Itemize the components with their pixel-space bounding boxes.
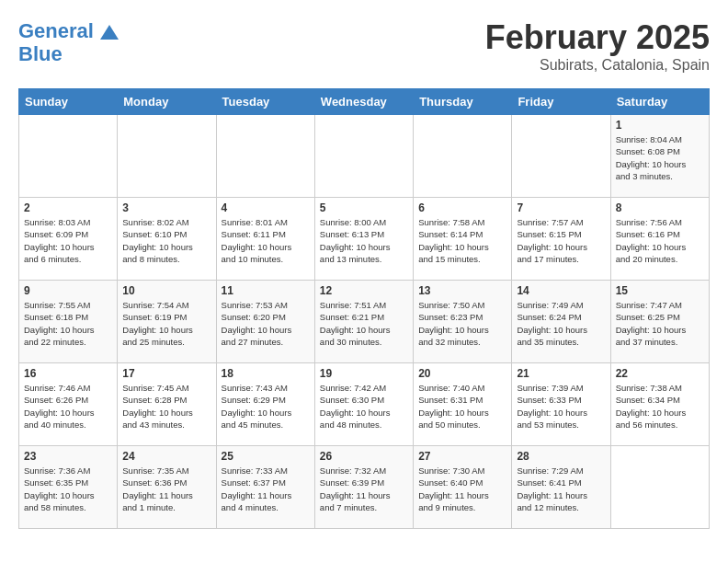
calendar-cell: 7Sunrise: 7:57 AM Sunset: 6:15 PM Daylig… <box>512 198 610 281</box>
calendar-cell: 5Sunrise: 8:00 AM Sunset: 6:13 PM Daylig… <box>314 198 413 281</box>
day-info: Sunrise: 7:47 AM Sunset: 6:25 PM Dayligh… <box>616 299 704 348</box>
calendar-cell: 8Sunrise: 7:56 AM Sunset: 6:16 PM Daylig… <box>610 198 709 281</box>
day-number: 12 <box>320 284 408 297</box>
day-info: Sunrise: 7:29 AM Sunset: 6:41 PM Dayligh… <box>517 465 605 513</box>
day-number: 27 <box>418 450 506 463</box>
day-info: Sunrise: 7:51 AM Sunset: 6:21 PM Dayligh… <box>320 299 408 348</box>
weekday-header-friday: Friday <box>512 89 610 115</box>
day-number: 5 <box>320 201 408 214</box>
calendar-cell: 9Sunrise: 7:55 AM Sunset: 6:18 PM Daylig… <box>19 281 118 363</box>
calendar-cell: 18Sunrise: 7:43 AM Sunset: 6:29 PM Dayli… <box>216 363 314 446</box>
day-number: 20 <box>418 367 506 380</box>
day-number: 18 <box>222 367 310 380</box>
day-number: 24 <box>122 450 210 463</box>
calendar-cell: 23Sunrise: 7:36 AM Sunset: 6:35 PM Dayli… <box>19 446 118 529</box>
day-number: 6 <box>418 201 506 214</box>
weekday-header-saturday: Saturday <box>610 89 709 115</box>
calendar-cell: 20Sunrise: 7:40 AM Sunset: 6:31 PM Dayli… <box>414 363 512 446</box>
day-number: 25 <box>222 450 310 463</box>
title-block: February 2025 Subirats, Catalonia, Spain <box>485 18 710 74</box>
day-number: 23 <box>24 450 112 463</box>
day-info: Sunrise: 8:03 AM Sunset: 6:09 PM Dayligh… <box>24 216 112 265</box>
day-info: Sunrise: 7:33 AM Sunset: 6:37 PM Dayligh… <box>222 465 310 513</box>
weekday-header-sunday: Sunday <box>19 89 118 115</box>
calendar-cell: 12Sunrise: 7:51 AM Sunset: 6:21 PM Dayli… <box>314 281 413 363</box>
day-info: Sunrise: 7:40 AM Sunset: 6:31 PM Dayligh… <box>418 382 506 431</box>
day-info: Sunrise: 7:57 AM Sunset: 6:15 PM Dayligh… <box>517 216 605 265</box>
calendar-cell: 13Sunrise: 7:50 AM Sunset: 6:23 PM Dayli… <box>414 281 512 363</box>
calendar-cell <box>216 115 314 198</box>
calendar-cell <box>19 115 118 198</box>
page-header: General Blue February 2025 Subirats, Cat… <box>18 18 710 74</box>
day-info: Sunrise: 7:42 AM Sunset: 6:30 PM Dayligh… <box>320 382 408 431</box>
calendar-cell: 4Sunrise: 8:01 AM Sunset: 6:11 PM Daylig… <box>216 198 314 281</box>
svg-marker-0 <box>100 25 119 40</box>
day-number: 22 <box>616 367 704 380</box>
weekday-header-wednesday: Wednesday <box>314 89 413 115</box>
calendar-cell: 24Sunrise: 7:35 AM Sunset: 6:36 PM Dayli… <box>118 446 216 529</box>
calendar-table: SundayMondayTuesdayWednesdayThursdayFrid… <box>18 88 710 529</box>
day-number: 4 <box>222 201 310 214</box>
calendar-cell: 16Sunrise: 7:46 AM Sunset: 6:26 PM Dayli… <box>19 363 118 446</box>
day-number: 2 <box>24 201 112 214</box>
day-info: Sunrise: 8:02 AM Sunset: 6:10 PM Dayligh… <box>122 216 210 265</box>
day-number: 13 <box>418 284 506 297</box>
day-number: 9 <box>24 284 112 297</box>
logo-icon <box>96 18 123 46</box>
day-info: Sunrise: 7:46 AM Sunset: 6:26 PM Dayligh… <box>24 382 112 431</box>
calendar-cell: 25Sunrise: 7:33 AM Sunset: 6:37 PM Dayli… <box>216 446 314 529</box>
day-number: 19 <box>320 367 408 380</box>
calendar-cell: 2Sunrise: 8:03 AM Sunset: 6:09 PM Daylig… <box>19 198 118 281</box>
day-number: 21 <box>517 367 605 380</box>
day-number: 11 <box>222 284 310 297</box>
day-info: Sunrise: 7:53 AM Sunset: 6:20 PM Dayligh… <box>222 299 310 348</box>
day-number: 16 <box>24 367 112 380</box>
day-info: Sunrise: 7:39 AM Sunset: 6:33 PM Dayligh… <box>517 382 605 431</box>
calendar-cell: 11Sunrise: 7:53 AM Sunset: 6:20 PM Dayli… <box>216 281 314 363</box>
day-info: Sunrise: 7:50 AM Sunset: 6:23 PM Dayligh… <box>418 299 506 348</box>
calendar-cell: 14Sunrise: 7:49 AM Sunset: 6:24 PM Dayli… <box>512 281 610 363</box>
day-number: 7 <box>517 201 605 214</box>
day-info: Sunrise: 7:30 AM Sunset: 6:40 PM Dayligh… <box>418 465 506 513</box>
day-info: Sunrise: 7:58 AM Sunset: 6:14 PM Dayligh… <box>418 216 506 265</box>
day-number: 15 <box>616 284 704 297</box>
day-number: 10 <box>122 284 210 297</box>
calendar-cell: 27Sunrise: 7:30 AM Sunset: 6:40 PM Dayli… <box>414 446 512 529</box>
day-number: 1 <box>616 119 704 132</box>
day-info: Sunrise: 7:45 AM Sunset: 6:28 PM Dayligh… <box>122 382 210 431</box>
day-info: Sunrise: 8:00 AM Sunset: 6:13 PM Dayligh… <box>320 216 408 265</box>
location-subtitle: Subirats, Catalonia, Spain <box>485 57 710 74</box>
calendar-cell: 1Sunrise: 8:04 AM Sunset: 6:08 PM Daylig… <box>610 115 709 198</box>
calendar-cell: 21Sunrise: 7:39 AM Sunset: 6:33 PM Dayli… <box>512 363 610 446</box>
calendar-cell <box>610 446 709 529</box>
calendar-cell: 19Sunrise: 7:42 AM Sunset: 6:30 PM Dayli… <box>314 363 413 446</box>
day-number: 3 <box>122 201 210 214</box>
calendar-cell <box>314 115 413 198</box>
calendar-cell: 10Sunrise: 7:54 AM Sunset: 6:19 PM Dayli… <box>118 281 216 363</box>
day-info: Sunrise: 7:49 AM Sunset: 6:24 PM Dayligh… <box>517 299 605 348</box>
calendar-cell <box>118 115 216 198</box>
day-info: Sunrise: 7:54 AM Sunset: 6:19 PM Dayligh… <box>122 299 210 348</box>
calendar-cell: 3Sunrise: 8:02 AM Sunset: 6:10 PM Daylig… <box>118 198 216 281</box>
calendar-cell: 17Sunrise: 7:45 AM Sunset: 6:28 PM Dayli… <box>118 363 216 446</box>
weekday-header-tuesday: Tuesday <box>216 89 314 115</box>
calendar-cell: 6Sunrise: 7:58 AM Sunset: 6:14 PM Daylig… <box>414 198 512 281</box>
day-number: 14 <box>517 284 605 297</box>
calendar-cell: 28Sunrise: 7:29 AM Sunset: 6:41 PM Dayli… <box>512 446 610 529</box>
weekday-header-monday: Monday <box>118 89 216 115</box>
calendar-cell <box>414 115 512 198</box>
calendar-cell: 26Sunrise: 7:32 AM Sunset: 6:39 PM Dayli… <box>314 446 413 529</box>
weekday-header-thursday: Thursday <box>414 89 512 115</box>
calendar-cell: 15Sunrise: 7:47 AM Sunset: 6:25 PM Dayli… <box>610 281 709 363</box>
day-number: 26 <box>320 450 408 463</box>
day-number: 17 <box>122 367 210 380</box>
day-info: Sunrise: 8:01 AM Sunset: 6:11 PM Dayligh… <box>222 216 310 265</box>
day-info: Sunrise: 8:04 AM Sunset: 6:08 PM Dayligh… <box>616 133 704 182</box>
day-info: Sunrise: 7:38 AM Sunset: 6:34 PM Dayligh… <box>616 382 704 431</box>
day-info: Sunrise: 7:35 AM Sunset: 6:36 PM Dayligh… <box>122 465 210 513</box>
calendar-cell: 22Sunrise: 7:38 AM Sunset: 6:34 PM Dayli… <box>610 363 709 446</box>
day-info: Sunrise: 7:43 AM Sunset: 6:29 PM Dayligh… <box>222 382 310 431</box>
month-title: February 2025 <box>485 18 710 57</box>
day-number: 28 <box>517 450 605 463</box>
day-info: Sunrise: 7:36 AM Sunset: 6:35 PM Dayligh… <box>24 465 112 513</box>
